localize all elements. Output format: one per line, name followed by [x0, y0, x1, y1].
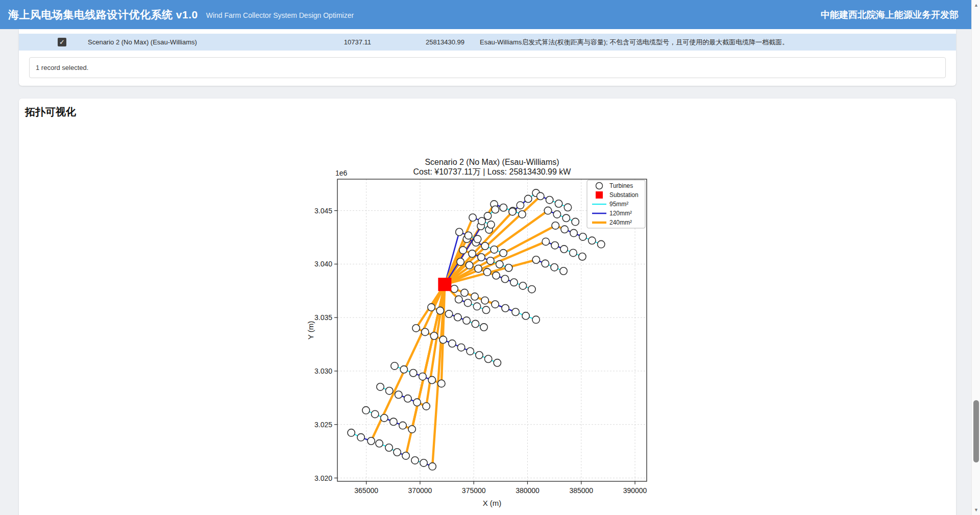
y-tick-label: 3.045 [314, 207, 332, 215]
turbine-marker [395, 391, 402, 398]
x-tick-label: 390000 [623, 486, 647, 495]
turbine-marker [471, 293, 478, 300]
selection-status: 1 record selected. [29, 57, 946, 78]
x-tick-label: 380000 [516, 486, 540, 495]
turbine-marker [493, 272, 500, 279]
turbine-marker [522, 312, 529, 320]
turbine-marker [400, 366, 407, 373]
turbine-marker [537, 192, 544, 200]
scenario-table-card: ✓ Scenario 2 (No Max) (Esau-Williams) 10… [19, 29, 956, 86]
turbine-marker [487, 221, 495, 228]
turbine-marker [377, 383, 384, 390]
turbine-marker [491, 246, 498, 253]
turbine-marker [348, 429, 355, 436]
x-tick-label: 385000 [569, 486, 593, 495]
turbine-marker [572, 218, 579, 225]
turbine-marker [408, 426, 415, 433]
legend-label: 240mm² [609, 219, 632, 226]
turbine-marker [481, 242, 488, 250]
app-title: 海上风电场集电线路设计优化系统 v1.0 [8, 8, 198, 22]
turbine-marker [472, 320, 479, 327]
scenario-loss-cell: 25813430.99 [373, 38, 464, 46]
turbine-marker [465, 261, 473, 268]
turbine-marker [429, 463, 436, 470]
y-axis-label: Y (m) [306, 321, 315, 339]
turbine-marker [528, 285, 535, 292]
turbine-marker [390, 418, 397, 425]
turbine-marker [525, 195, 532, 202]
turbine-marker [589, 237, 596, 244]
turbine-marker [519, 282, 526, 289]
turbine-marker [475, 265, 482, 272]
turbine-marker [562, 214, 570, 222]
turbine-marker [391, 362, 398, 370]
app-header: 海上风电场集电线路设计优化系统 v1.0 Wind Farm Collector… [0, 0, 980, 29]
scenario-row-selected[interactable]: ✓ Scenario 2 (No Max) (Esau-Williams) 10… [19, 34, 956, 51]
turbine-marker [430, 332, 437, 339]
vertical-scrollbar[interactable]: ▲ ▼ [971, 0, 980, 515]
turbine-marker [413, 399, 421, 406]
chart-subtitle: Cost: ¥10737.11万 | Loss: 25813430.99 kW [413, 167, 572, 176]
legend-substation-icon [596, 191, 603, 199]
legend-label: 95mm² [609, 201, 628, 208]
turbine-marker [455, 296, 462, 303]
turbine-marker [385, 444, 393, 451]
turbine-marker [532, 316, 540, 323]
scrollbar-down-icon[interactable]: ▼ [972, 506, 980, 514]
x-tick-label: 375000 [462, 486, 486, 495]
legend-label: 120mm² [609, 210, 632, 217]
turbine-marker [481, 297, 488, 304]
turbine-marker [570, 229, 577, 236]
turbine-marker [555, 200, 562, 207]
scenario-desc-cell: Esau-Williams启发式算法(权衡距离与容量); 不包含可选电缆型号，且… [480, 38, 789, 47]
turbine-marker [492, 206, 499, 213]
turbine-marker [436, 307, 444, 314]
turbine-marker [476, 352, 483, 359]
y-tick-label: 3.030 [314, 367, 332, 375]
turbine-marker [457, 344, 464, 351]
turbine-marker [519, 211, 526, 218]
turbine-marker [564, 204, 571, 211]
turbine-marker [422, 328, 429, 335]
turbine-marker [381, 414, 388, 422]
turbine-marker [376, 440, 383, 447]
turbine-marker [362, 407, 370, 414]
turbine-marker [505, 264, 512, 272]
scrollbar-up-icon[interactable]: ▲ [972, 1, 980, 9]
turbine-marker [454, 313, 461, 321]
turbine-marker [542, 260, 549, 267]
turbine-marker [420, 459, 427, 467]
scenario-cost-cell: 10737.11 [295, 38, 371, 46]
substation-marker [438, 278, 451, 291]
turbine-marker [412, 325, 420, 332]
x-tick-label: 370000 [408, 486, 432, 495]
turbine-marker [579, 233, 586, 240]
turbine-marker [483, 268, 491, 276]
turbine-marker [449, 340, 456, 347]
y-axis-offset-label: 1e6 [335, 169, 348, 177]
turbine-marker [561, 226, 568, 233]
topology-chart: 3650003700003750003800003850003900003.02… [301, 152, 671, 510]
turbine-marker [464, 299, 471, 306]
scrollbar-thumb[interactable] [973, 400, 979, 462]
turbine-marker [500, 204, 507, 211]
x-axis-label: X (m) [483, 499, 502, 507]
turbine-marker [492, 301, 499, 308]
turbine-marker [478, 217, 485, 225]
turbine-marker [552, 222, 559, 229]
legend-turbine-icon [596, 183, 603, 189]
turbine-marker [510, 279, 518, 286]
turbine-marker [409, 370, 416, 377]
y-tick-label: 3.025 [314, 421, 332, 429]
turbine-marker [551, 242, 558, 249]
turbine-marker [473, 303, 480, 310]
topology-card: 拓扑可视化 3650003700003750003800003850003900… [19, 99, 956, 515]
turbine-marker [459, 247, 467, 254]
turbine-marker [560, 246, 568, 253]
row-checkbox[interactable]: ✓ [58, 38, 66, 46]
turbine-marker [512, 308, 519, 315]
turbine-marker [423, 403, 430, 410]
scenario-name-cell: Scenario 2 (No Max) (Esau-Williams) [88, 38, 197, 46]
turbine-marker [357, 434, 364, 441]
turbine-marker [386, 387, 393, 395]
